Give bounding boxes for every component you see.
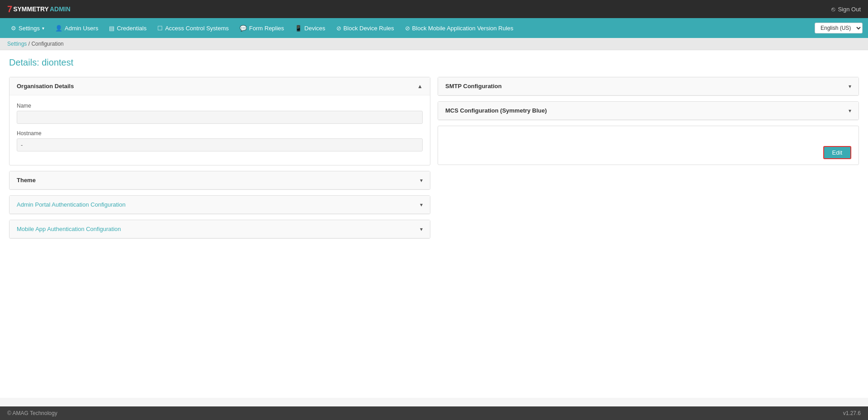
name-label: Name	[17, 103, 423, 109]
logo-symmetry-text: SYMMETRY	[13, 5, 49, 13]
theme-header[interactable]: Theme ▾	[9, 171, 430, 189]
organisation-chevron-up: ▲	[417, 83, 423, 90]
nav-label-settings: Settings	[19, 25, 40, 32]
name-input[interactable]	[17, 111, 423, 124]
language-select[interactable]: English (US)	[815, 23, 863, 33]
admin-auth-chevron: ▾	[420, 202, 423, 208]
nav-right: English (US)	[815, 23, 863, 33]
devices-icon: 📱	[295, 25, 302, 32]
form-replies-icon: 💬	[240, 25, 247, 32]
mobile-auth-chevron: ▾	[420, 226, 423, 232]
credentials-icon: ▤	[109, 25, 114, 32]
settings-dropdown-icon: ▾	[42, 26, 44, 31]
mcs-title: MCS Configuration (Symmetry Blue)	[445, 107, 547, 114]
page-content: Details: diontest Organisation Details ▲…	[0, 50, 868, 398]
nav-label-form-replies: Form Replies	[249, 25, 284, 32]
nav-item-devices[interactable]: 📱 Devices	[289, 18, 330, 38]
top-bar: 7 SYMMETRY ADMIN ⎋ Sign Out	[0, 0, 868, 18]
sign-out-icon: ⎋	[831, 5, 835, 13]
nav-item-access-control[interactable]: ☐ Access Control Systems	[152, 18, 234, 38]
nav-item-admin-users[interactable]: 👤 Admin Users	[50, 18, 104, 38]
mcs-panel: MCS Configuration (Symmetry Blue) ▾	[438, 101, 859, 120]
settings-icon: ⚙	[11, 25, 16, 32]
block-device-icon: ⊘	[336, 25, 341, 32]
organisation-details-body: Name Hostname	[9, 95, 430, 165]
nav-item-block-device-rules[interactable]: ⊘ Block Device Rules	[331, 18, 400, 38]
edit-area: Edit	[438, 142, 859, 165]
theme-chevron: ▾	[420, 177, 423, 184]
edit-panel: Edit	[438, 126, 859, 165]
edit-button[interactable]: Edit	[823, 146, 851, 159]
smtp-chevron: ▾	[849, 83, 851, 90]
breadcrumb-configuration: Configuration	[31, 41, 63, 47]
organisation-details-title: Organisation Details	[17, 83, 74, 90]
sign-out-label: Sign Out	[838, 6, 861, 13]
nav-item-block-mobile[interactable]: ⊘ Block Mobile Application Version Rules	[400, 18, 519, 38]
theme-title: Theme	[17, 177, 36, 184]
organisation-details-panel: Organisation Details ▲ Name Hostname	[9, 77, 430, 165]
sign-out-button[interactable]: ⎋ Sign Out	[831, 5, 861, 13]
mcs-header[interactable]: MCS Configuration (Symmetry Blue) ▾	[438, 102, 859, 120]
logo: 7 SYMMETRY ADMIN	[7, 4, 71, 14]
two-column-layout: Organisation Details ▲ Name Hostname	[9, 77, 859, 244]
organisation-details-header[interactable]: Organisation Details ▲	[9, 77, 430, 95]
breadcrumb: Settings / Configuration	[0, 38, 868, 50]
nav-bar: ⚙ Settings ▾ 👤 Admin Users ▤ Credentials…	[0, 18, 868, 38]
mcs-chevron: ▾	[849, 108, 851, 114]
nav-label-block-device-rules: Block Device Rules	[344, 25, 394, 32]
admin-users-icon: 👤	[55, 25, 62, 32]
left-column: Organisation Details ▲ Name Hostname	[9, 77, 430, 244]
smtp-panel: SMTP Configuration ▾	[438, 77, 859, 96]
smtp-header[interactable]: SMTP Configuration ▾	[438, 77, 859, 95]
nav-item-settings[interactable]: ⚙ Settings ▾	[5, 18, 50, 38]
empty-panel-body	[438, 126, 859, 142]
access-control-icon: ☐	[157, 25, 163, 32]
breadcrumb-settings[interactable]: Settings	[7, 41, 27, 47]
smtp-title: SMTP Configuration	[445, 83, 502, 90]
hostname-input[interactable]	[17, 138, 423, 151]
nav-item-form-replies[interactable]: 💬 Form Replies	[234, 18, 289, 38]
nav-label-access-control: Access Control Systems	[165, 25, 229, 32]
right-column: SMTP Configuration ▾ MCS Configuration (…	[438, 77, 859, 244]
page-title: Details: diontest	[9, 57, 859, 68]
logo-admin-text: ADMIN	[50, 5, 71, 13]
mobile-auth-title: Mobile App Authentication Configuration	[17, 226, 121, 232]
nav-label-credentials: Credentials	[117, 25, 146, 32]
block-mobile-icon: ⊘	[405, 25, 410, 32]
nav-label-devices: Devices	[304, 25, 325, 32]
logo-icon: 7	[7, 4, 12, 14]
theme-panel: Theme ▾	[9, 171, 430, 190]
nav-label-admin-users: Admin Users	[65, 25, 98, 32]
admin-auth-title: Admin Portal Authentication Configuratio…	[17, 201, 126, 208]
admin-auth-header[interactable]: Admin Portal Authentication Configuratio…	[9, 196, 430, 214]
nav-label-block-mobile: Block Mobile Application Version Rules	[412, 25, 514, 32]
hostname-label: Hostname	[17, 130, 423, 137]
mobile-auth-panel: Mobile App Authentication Configuration …	[9, 220, 430, 239]
nav-item-credentials[interactable]: ▤ Credentials	[104, 18, 152, 38]
hostname-form-group: Hostname	[17, 130, 423, 151]
name-form-group: Name	[17, 103, 423, 124]
mobile-auth-header[interactable]: Mobile App Authentication Configuration …	[9, 220, 430, 238]
admin-auth-panel: Admin Portal Authentication Configuratio…	[9, 195, 430, 214]
